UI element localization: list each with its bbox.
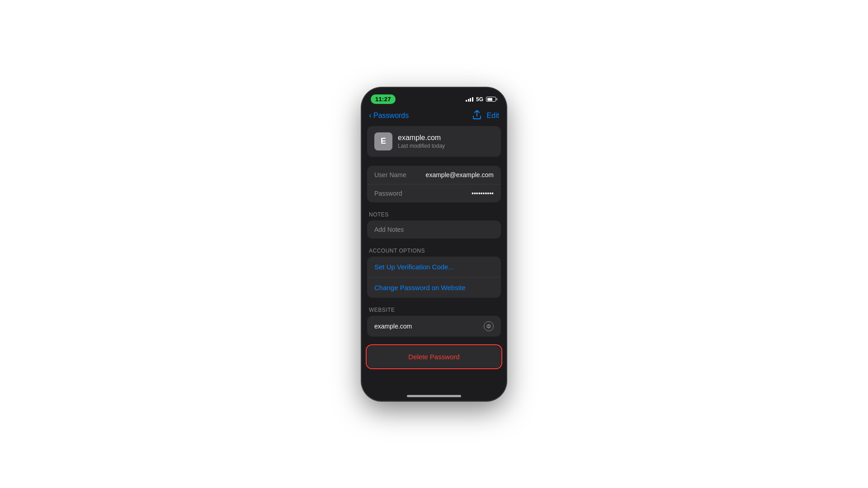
notes-field[interactable]: Add Notes — [367, 221, 501, 239]
status-time: 11:27 — [371, 94, 396, 104]
site-info-card: E example.com Last modified today — [367, 126, 501, 157]
signal-bar-3 — [470, 98, 471, 102]
credentials-card: User Name example@example.com Password •… — [367, 166, 501, 202]
bottom-spacer — [367, 377, 501, 390]
signal-bar-4 — [472, 97, 473, 102]
delete-button-wrapper: Delete Password — [367, 346, 501, 368]
notes-section-label: NOTES — [367, 211, 501, 218]
signal-bars-icon — [466, 97, 473, 102]
edit-button[interactable]: Edit — [486, 112, 499, 120]
username-value: example@example.com — [426, 171, 494, 178]
signal-bar-2 — [468, 99, 469, 102]
status-right: 5G — [466, 96, 497, 103]
battery-icon — [486, 97, 497, 102]
share-button[interactable] — [473, 110, 481, 122]
site-name: example.com — [398, 134, 445, 142]
site-modified: Last modified today — [398, 143, 445, 149]
status-bar: 11:27 5G — [362, 88, 506, 108]
setup-verification-code-button[interactable]: Set Up Verification Code... — [367, 257, 501, 277]
home-indicator — [407, 395, 461, 397]
website-section-label: WEBSITE — [367, 307, 501, 313]
site-info: example.com Last modified today — [398, 134, 445, 149]
chevron-left-icon: ‹ — [369, 111, 372, 120]
password-value: •••••••••• — [472, 190, 494, 197]
signal-bar-1 — [466, 100, 467, 102]
back-label: Passwords — [373, 112, 409, 120]
site-icon: E — [374, 132, 392, 150]
network-label: 5G — [476, 96, 483, 103]
open-website-button[interactable] — [484, 321, 494, 331]
password-row[interactable]: Password •••••••••• — [367, 184, 501, 202]
account-options-label: ACCOUNT OPTIONS — [367, 248, 501, 254]
username-row[interactable]: User Name example@example.com — [367, 166, 501, 184]
website-value: example.com — [374, 323, 412, 330]
nav-actions: Edit — [473, 110, 499, 122]
phone-frame: 11:27 5G ‹ Passwords — [362, 88, 506, 401]
back-button[interactable]: ‹ Passwords — [369, 111, 409, 120]
delete-password-button[interactable]: Delete Password — [367, 346, 501, 368]
account-options-card: Set Up Verification Code... Change Passw… — [367, 257, 501, 298]
username-label: User Name — [374, 171, 410, 178]
change-password-website-button[interactable]: Change Password on Website — [367, 277, 501, 298]
content-area: E example.com Last modified today User N… — [362, 126, 506, 396]
nav-bar: ‹ Passwords Edit — [362, 108, 506, 126]
password-label: Password — [374, 190, 410, 197]
website-card: example.com — [367, 316, 501, 337]
website-row: example.com — [367, 316, 501, 337]
notes-card: Add Notes — [367, 221, 501, 239]
